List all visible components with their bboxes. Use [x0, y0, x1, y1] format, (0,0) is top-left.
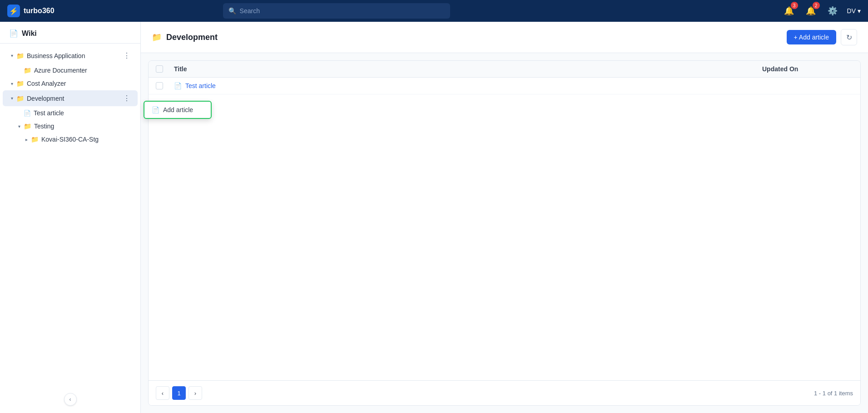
pagination-info: 1 - 1 of 1 items [814, 390, 853, 397]
chevron-down-icon: ▾ [8, 95, 15, 102]
folder-icon: 📁 [31, 136, 39, 143]
sidebar-item-label: Business Application [27, 52, 121, 59]
sidebar-item-label: Azure Documenter [34, 67, 132, 74]
gear-icon: ⚙️ [828, 6, 838, 16]
page-controls: ‹ 1 › [156, 386, 202, 400]
sidebar-item-label: Testing [34, 123, 132, 130]
next-page-button[interactable]: › [188, 386, 202, 400]
table-row: 📄 Test article [149, 78, 860, 94]
select-all-checkbox-cell [156, 65, 174, 73]
search-placeholder: Search [240, 7, 260, 15]
sidebar-item-test-article[interactable]: ▸ 📄 Test article [3, 107, 138, 119]
folder-icon: 📁 [16, 95, 24, 102]
main-content: 📁 Development + Add article ↻ Title Upda… [141, 22, 868, 413]
row-title-cell: 📄 Test article [174, 82, 762, 89]
chevron-down-icon: ▾ [858, 7, 861, 15]
main-header: 📁 Development + Add article ↻ [141, 22, 868, 53]
more-options-button[interactable]: ⋮ [121, 93, 132, 103]
app-layout: 📄 Wiki ▾ 📁 Business Application ⋮ ▸ 📁 Az… [0, 0, 868, 413]
sidebar-item-label: Development [27, 95, 121, 102]
folder-icon: 📁 [152, 32, 162, 42]
user-initials: DV [847, 7, 856, 15]
folder-icon: 📁 [24, 123, 31, 130]
sidebar-item-label: Test article [34, 109, 132, 117]
folder-icon: 📁 [24, 67, 31, 74]
more-options-button[interactable]: ⋮ [121, 50, 132, 61]
app-name: turbo360 [24, 7, 55, 15]
chevron-down-icon: ▾ [8, 52, 15, 59]
document-icon: 📄 [174, 82, 182, 89]
articles-table: Title Updated On 📄 Test article ‹ 1 [148, 60, 861, 406]
sidebar-item-business-application[interactable]: ▾ 📁 Business Application ⋮ [3, 48, 138, 64]
sidebar-tree: ▾ 📁 Business Application ⋮ ▸ 📁 Azure Doc… [0, 44, 140, 413]
context-menu-add-article[interactable]: 📄 Add article [144, 102, 211, 118]
sidebar-item-kovai-stg[interactable]: ▸ 📁 Kovai-SI360-CA-Stg [3, 133, 138, 146]
sidebar: 📄 Wiki ▾ 📁 Business Application ⋮ ▸ 📁 Az… [0, 22, 141, 413]
column-updated-on: Updated On [762, 65, 853, 73]
refresh-button[interactable]: ↻ [841, 29, 857, 45]
topnav-actions: 🔔 3 🔔 2 ⚙️ DV ▾ [782, 4, 861, 18]
page-1-button[interactable]: 1 [172, 386, 186, 400]
folder-icon: 📁 [16, 52, 24, 59]
chevron-down-icon: ▾ [8, 80, 15, 87]
sidebar-item-azure-documenter[interactable]: ▸ 📁 Azure Documenter [3, 64, 138, 77]
pagination: ‹ 1 › 1 - 1 of 1 items [149, 380, 860, 405]
logo-icon: ⚡ [7, 5, 20, 17]
row-checkbox-cell [156, 82, 174, 89]
folder-icon: 📁 [16, 80, 24, 87]
top-navigation: ⚡ turbo360 🔍 Search 🔔 3 🔔 2 ⚙️ DV ▾ [0, 0, 868, 22]
sidebar-header: 📄 Wiki [0, 22, 140, 44]
sidebar-item-label: Kovai-SI360-CA-Stg [41, 136, 132, 143]
sidebar-title: Wiki [22, 30, 37, 38]
context-menu: 📄 Add article [144, 101, 212, 119]
row-checkbox[interactable] [156, 82, 163, 89]
sidebar-item-cost-analyzer[interactable]: ▾ 📁 Cost Analyzer [3, 77, 138, 90]
sidebar-item-testing[interactable]: ▾ 📁 Testing [3, 120, 138, 133]
table-header: Title Updated On [149, 61, 860, 78]
article-link[interactable]: Test article [185, 82, 216, 89]
sidebar-item-label: Cost Analyzer [27, 80, 132, 87]
notifications-button[interactable]: 🔔 3 [782, 4, 796, 18]
search-bar[interactable]: 🔍 Search [223, 3, 450, 19]
chevron-right-icon: ▸ [23, 136, 30, 143]
header-actions: + Add article ↻ [787, 29, 857, 45]
context-menu-add-article-label: Add article [163, 106, 193, 113]
prev-page-button[interactable]: ‹ [156, 386, 169, 400]
document-icon: 📄 [24, 110, 31, 117]
sidebar-item-development[interactable]: ▾ 📁 Development ⋮ [3, 90, 138, 106]
column-title: Title [174, 65, 762, 73]
refresh-icon: ↻ [846, 33, 852, 42]
add-article-button[interactable]: + Add article [787, 30, 836, 44]
notifications-badge: 3 [791, 2, 798, 9]
table-empty-space [149, 94, 860, 380]
chevron-down-icon: ▾ [15, 123, 23, 130]
page-title: 📁 Development [152, 32, 218, 42]
settings-button[interactable]: ⚙️ [825, 4, 840, 18]
sidebar-collapse-button[interactable]: ‹ [64, 393, 77, 406]
user-menu-button[interactable]: DV ▾ [847, 7, 861, 15]
chevron-left-icon: ‹ [69, 396, 71, 403]
select-all-checkbox[interactable] [156, 65, 163, 73]
search-icon: 🔍 [228, 7, 236, 15]
app-logo[interactable]: ⚡ turbo360 [7, 5, 55, 17]
document-add-icon: 📄 [152, 106, 159, 113]
alerts-badge: 2 [813, 2, 820, 9]
alerts-button[interactable]: 🔔 2 [804, 4, 818, 18]
page-title-text: Development [166, 33, 218, 42]
wiki-icon: 📄 [9, 29, 18, 38]
